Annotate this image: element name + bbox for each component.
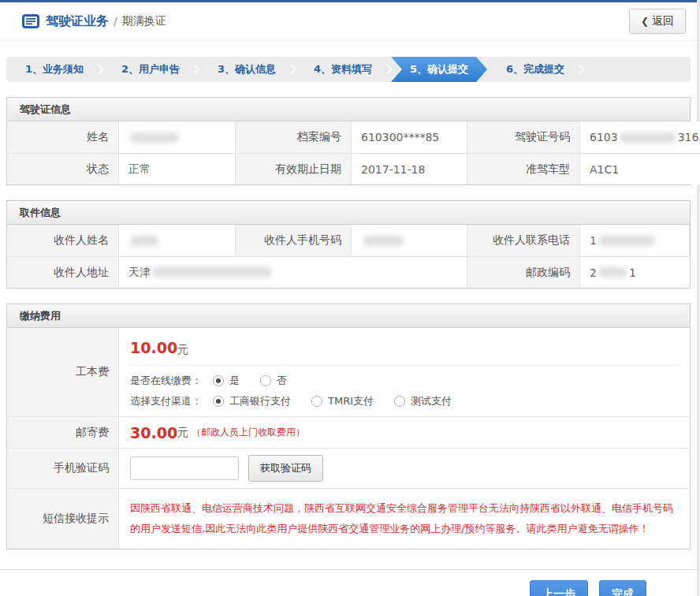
payment-table: 工本费 10.00元 是否在线缴费： 是 否 选择支付渠道： 工商银行支付 TM… — [7, 328, 690, 549]
sms-notice-text: 因陕西省联通、电信运营商技术问题，陕西省互联网交通安全综合服务管理平台无法向持陕… — [119, 488, 690, 549]
mailing-fee-label: 邮寄费 — [7, 416, 119, 448]
sms-notice-label: 短信接收提示 — [7, 488, 119, 549]
get-code-button[interactable]: 获取验证码 — [248, 455, 323, 482]
radio-unchecked-icon[interactable] — [311, 396, 322, 407]
back-button-label: 返回 — [652, 14, 674, 27]
back-arrow-icon: ❮ — [641, 16, 649, 27]
channel-icbc-label: 工商银行支付 — [229, 394, 291, 408]
name-label: 姓名 — [7, 121, 119, 153]
recipient-phone-value: 1 — [580, 225, 690, 256]
expiry-label: 有效期止日期 — [236, 153, 352, 184]
channel-tmri-option[interactable]: TMRI支付 — [311, 394, 374, 408]
name-value — [119, 121, 236, 153]
chevron-separator-icon — [575, 65, 585, 75]
radio-unchecked-icon[interactable] — [394, 396, 405, 407]
license-info-title: 驾驶证信息 — [7, 98, 690, 121]
recipient-phone-prefix: 1 — [590, 234, 597, 247]
license-no-prefix: 6103 — [590, 131, 618, 143]
recipient-name-label: 收件人姓名 — [7, 225, 119, 256]
sms-code-label: 手机验证码 — [7, 448, 119, 488]
payment-panel: 缴纳费用 工本费 10.00元 是否在线缴费： 是 否 选择支付渠道： 工商银行… — [6, 304, 691, 549]
step-2-label: 2、用户申告 — [121, 62, 180, 76]
pickup-info-panel: 取件信息 收件人姓名 收件人手机号码 收件人联系电话 1 收件人地址 天津 邮政… — [6, 200, 691, 289]
file-no-value: 610300****85 — [352, 121, 467, 153]
recipient-name-value — [119, 225, 236, 256]
page-title: 驾驶证业务 — [46, 13, 109, 30]
step-4-fill-data: 4、资料填写 — [295, 57, 391, 82]
step-3-confirm-info: 3、确认信息 — [199, 57, 295, 82]
payment-channel-question: 选择支付渠道： — [130, 394, 202, 408]
address-value: 天津 — [119, 256, 467, 288]
step-navigation: 1、业务须知 2、用户申告 3、确认信息 4、资料填写 5、确认提交 6、完成提… — [6, 57, 691, 82]
channel-tmri-label: TMRI支付 — [328, 394, 374, 408]
license-no-value: 61033163X — [580, 121, 700, 153]
vehicle-class-value: A1C1 — [580, 153, 700, 184]
mailing-fee-amount: 30.00 — [130, 424, 177, 441]
online-no-option[interactable]: 否 — [260, 374, 287, 388]
redacted-recipient-phone — [599, 236, 654, 246]
radio-checked-icon[interactable] — [213, 375, 224, 386]
step-nav-filler — [583, 57, 691, 82]
radio-checked-icon[interactable] — [213, 396, 224, 407]
recipient-mobile-label: 收件人手机号码 — [236, 225, 352, 256]
payment-title: 缴纳费用 — [7, 304, 690, 328]
sms-code-input[interactable] — [130, 456, 239, 480]
redacted-recipient-name — [131, 236, 158, 246]
payment-channel-row: 选择支付渠道： 工商银行支付 TMRI支付 测试支付 — [130, 394, 680, 408]
channel-icbc-option[interactable]: 工商银行支付 — [213, 394, 291, 408]
redacted-postal — [599, 267, 627, 278]
step-5-label: 5、确认提交 — [410, 62, 468, 76]
recipient-mobile-value — [352, 225, 467, 256]
chevron-separator-icon — [382, 65, 393, 75]
online-payment-row: 是否在线缴费： 是 否 — [130, 374, 680, 388]
channel-test-option[interactable]: 测试支付 — [394, 394, 452, 408]
postal-prefix: 2 — [590, 266, 597, 279]
mailing-fee-note: （邮政人员上门收取费用） — [192, 426, 305, 439]
online-payment-question: 是否在线缴费： — [130, 374, 202, 388]
production-fee-label: 工本费 — [7, 328, 119, 416]
pickup-info-table: 收件人姓名 收件人手机号码 收件人联系电话 1 收件人地址 天津 邮政编码 21 — [7, 225, 690, 288]
vehicle-class-label: 准驾车型 — [467, 153, 580, 184]
redacted-license-no — [620, 132, 676, 143]
address-prefix: 天津 — [128, 266, 151, 280]
step-5-confirm-submit-active: 5、确认提交 — [391, 57, 487, 82]
online-yes-label: 是 — [229, 374, 240, 388]
breadcrumb-separator: / — [114, 15, 117, 28]
address-label: 收件人地址 — [7, 256, 119, 288]
step-6-label: 6、完成提交 — [506, 62, 564, 76]
license-info-panel: 驾驶证信息 姓名 档案编号 610300****85 驾驶证号码 6103316… — [6, 97, 691, 185]
status-value: 正常 — [119, 153, 236, 184]
license-info-table: 姓名 档案编号 610300****85 驾驶证号码 61033163X 状态 … — [7, 121, 690, 184]
production-fee-amount-line: 10.00元 — [130, 336, 680, 357]
production-fee-cell: 10.00元 是否在线缴费： 是 否 选择支付渠道： 工商银行支付 TMRI支付… — [119, 328, 690, 416]
sms-code-cell: 获取验证码 — [119, 448, 690, 488]
redacted-address — [153, 267, 271, 278]
back-button[interactable]: ❮返回 — [629, 9, 686, 34]
step-4-label: 4、资料填写 — [314, 62, 372, 76]
header: 驾驶证业务 / 期满换证 ❮返回 — [0, 2, 697, 41]
recipient-phone-label: 收件人联系电话 — [467, 225, 580, 256]
status-label: 状态 — [7, 153, 119, 184]
breadcrumb-current: 期满换证 — [122, 14, 166, 28]
production-fee-unit: 元 — [177, 343, 188, 356]
finish-button[interactable]: 完成 — [599, 580, 646, 596]
mailing-fee-unit: 元 — [177, 426, 188, 440]
step-6-complete-submit: 6、完成提交 — [487, 57, 583, 82]
license-no-label: 驾驶证号码 — [467, 121, 580, 153]
step-1-business-notice: 1、业务须知 — [6, 57, 102, 82]
postal-suffix: 1 — [629, 266, 636, 279]
file-no-label: 档案编号 — [236, 121, 352, 153]
postal-code-value: 21 — [580, 256, 690, 288]
redacted-recipient-mobile — [363, 236, 403, 246]
step-1-label: 1、业务须知 — [25, 62, 84, 76]
step-2-user-declaration: 2、用户申告 — [102, 57, 199, 82]
previous-step-button[interactable]: 上一步 — [530, 580, 588, 596]
online-yes-option[interactable]: 是 — [213, 374, 240, 388]
online-no-label: 否 — [277, 374, 287, 388]
expiry-value: 2017-11-18 — [352, 153, 467, 184]
channel-test-label: 测试支付 — [411, 394, 452, 408]
footer-actions: 上一步 完成 — [0, 570, 697, 596]
postal-code-label: 邮政编码 — [467, 256, 580, 288]
production-fee-amount: 10.00 — [130, 339, 177, 356]
radio-unchecked-icon[interactable] — [260, 375, 271, 386]
